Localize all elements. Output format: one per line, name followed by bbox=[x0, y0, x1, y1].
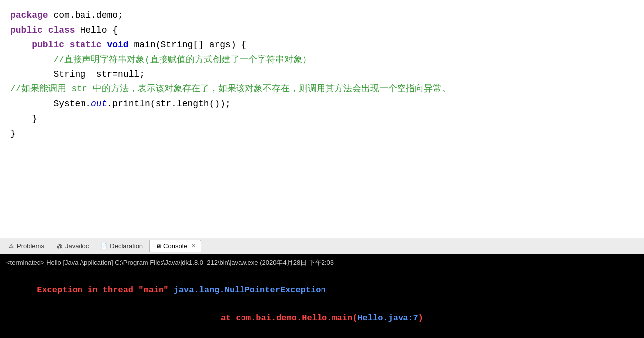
code-editor: package com.bai.demo; public class Hello… bbox=[0, 0, 644, 238]
at-icon: @ bbox=[56, 243, 63, 250]
code-line-4: //直接声明字符串对象(直接赋值的方式创建了一个字符串对象） bbox=[10, 53, 634, 68]
error-text-2: at com.bai.demo.Hello.main( bbox=[221, 313, 357, 323]
console-tab-suffix: ✕ bbox=[191, 243, 196, 249]
error-line-2: at com.bai.demo.Hello.main(Hello.java:7) bbox=[6, 313, 638, 323]
tab-problems-label: Problems bbox=[17, 242, 44, 250]
terminated-line: <terminated> Hello [Java Application] C:… bbox=[6, 258, 638, 267]
code-line-7: System.out.println(str.length()); bbox=[10, 97, 634, 112]
error-text-suffix: ) bbox=[418, 313, 423, 323]
tab-javadoc[interactable]: @ Javadoc bbox=[51, 240, 94, 252]
tab-declaration[interactable]: 📄 Declaration bbox=[95, 240, 148, 252]
error-text-1: Exception in thread "main" bbox=[37, 285, 173, 295]
tabs-bar: ⚠ Problems @ Javadoc 📄 Declaration 🖥 Con… bbox=[0, 238, 644, 254]
code-line-5: String str=null; bbox=[10, 68, 634, 82]
keyword-public: public bbox=[10, 25, 43, 35]
error-line-1: Exception in thread "main" java.lang.Nul… bbox=[6, 269, 638, 312]
keyword-class: class bbox=[48, 25, 75, 35]
console-icon: 🖥 bbox=[155, 243, 161, 250]
tab-console-label: Console bbox=[163, 242, 187, 250]
tab-declaration-label: Declaration bbox=[110, 242, 143, 250]
bottom-panel: ⚠ Problems @ Javadoc 📄 Declaration 🖥 Con… bbox=[0, 238, 644, 338]
tab-javadoc-label: Javadoc bbox=[65, 242, 89, 250]
tab-console[interactable]: 🖥 Console ✕ bbox=[149, 240, 201, 252]
doc-icon: 📄 bbox=[101, 243, 108, 250]
warning-icon: ⚠ bbox=[8, 243, 15, 250]
code-line-9: } bbox=[10, 127, 634, 141]
tab-problems[interactable]: ⚠ Problems bbox=[2, 240, 50, 252]
console-output: <terminated> Hello [Java Application] C:… bbox=[0, 254, 644, 338]
code-text: com.bai.demo; bbox=[48, 10, 123, 20]
nullpointer-link[interactable]: java.lang.NullPointerException bbox=[174, 285, 326, 295]
code-line-3: public static void main(String[] args) { bbox=[10, 38, 634, 53]
code-line-1: package com.bai.demo; bbox=[10, 8, 634, 23]
keyword-package: package bbox=[10, 10, 48, 20]
hello-java-link[interactable]: Hello.java:7 bbox=[357, 313, 418, 323]
code-line-6: //如果能调用 str 中的方法，表示该对象存在了，如果该对象不存在，则调用其方… bbox=[10, 82, 634, 97]
code-line-8: } bbox=[10, 112, 634, 127]
code-line-2: public class Hello { bbox=[10, 23, 634, 38]
